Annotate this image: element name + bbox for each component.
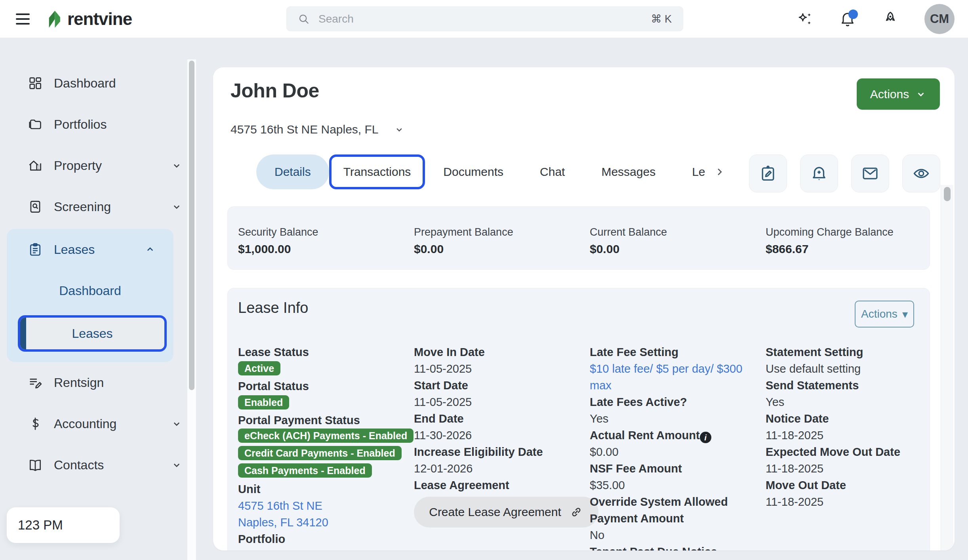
sidebar-item-label: Screening xyxy=(54,200,111,214)
book-icon xyxy=(28,457,43,472)
field-value: No xyxy=(590,527,756,543)
sidebar-scrollbar-thumb[interactable] xyxy=(189,61,194,390)
field-value: 11-18-2025 xyxy=(766,493,932,510)
global-search[interactable]: ⌘ K xyxy=(286,6,683,31)
sidebar-item-leases[interactable]: Leases xyxy=(7,229,173,270)
notifications-button[interactable] xyxy=(839,10,856,28)
edit-note-button[interactable] xyxy=(749,154,787,192)
field-label: Late Fees Active? xyxy=(590,394,756,410)
property-selector[interactable]: 4575 16th St NE Naples, FL xyxy=(231,120,405,139)
clock-text: 123 PM xyxy=(18,518,63,533)
search-input[interactable] xyxy=(318,12,643,26)
sidebar-item-accounting[interactable]: Accounting xyxy=(0,403,200,444)
tab-details[interactable]: Details xyxy=(256,154,329,189)
whats-new-button[interactable] xyxy=(882,10,899,28)
lease-info-panel: Lease Info Actions ▾ Lease Status Active… xyxy=(227,288,930,550)
tab-messages[interactable]: Messages xyxy=(583,154,674,189)
balance-label: Current Balance xyxy=(590,224,766,240)
clock-widget: 123 PM xyxy=(7,507,120,543)
create-lease-agreement-button[interactable]: Create Lease Agreement xyxy=(414,497,598,528)
field-value: Yes xyxy=(590,410,756,427)
field-label: Notice Date xyxy=(766,410,932,427)
tab-chat[interactable]: Chat xyxy=(522,154,583,189)
lease-info-column-2: Move In Date 11-05-2025 Start Date 11-05… xyxy=(414,344,590,528)
sidebar-item-label: Property xyxy=(54,158,102,173)
sidebar-scrollbar xyxy=(187,59,196,560)
field-label: Tenant Past Due Notice xyxy=(590,543,756,550)
balance-summary: Security Balance $1,000.00 Prepayment Ba… xyxy=(227,206,930,270)
sidebar-item-screening[interactable]: Screening xyxy=(0,186,200,227)
lease-info-column-4: Statement Setting Use default setting Se… xyxy=(766,344,941,510)
sidebar-subitem-leases-dashboard[interactable]: Dashboard xyxy=(7,270,173,311)
email-button[interactable] xyxy=(851,154,889,192)
search-shortcut: ⌘ K xyxy=(651,13,672,25)
late-fee-setting-link[interactable]: $10 late fee/ $5 per day/ $300 max xyxy=(590,360,756,394)
lease-info-column-3: Late Fee Setting $10 late fee/ $5 per da… xyxy=(590,344,766,550)
chevron-down-icon xyxy=(171,160,183,171)
balance-label: Prepayment Balance xyxy=(414,224,590,240)
info-icon[interactable]: i xyxy=(700,432,711,443)
tab-documents[interactable]: Documents xyxy=(425,154,522,189)
field-label: Lease Status xyxy=(238,344,404,360)
tab-truncated[interactable]: Le xyxy=(674,154,709,189)
status-badge: Cash Payments - Enabled xyxy=(238,463,372,478)
tabs-scroll-right-button[interactable] xyxy=(712,164,728,180)
field-label: Portal Payment Status xyxy=(238,412,404,429)
screening-document-icon xyxy=(28,199,43,214)
chevron-down-icon xyxy=(171,201,183,213)
chevron-down-icon xyxy=(171,418,183,430)
field-value: $35.00 xyxy=(590,477,756,493)
sidebar-item-property[interactable]: Property xyxy=(0,145,200,186)
eye-icon xyxy=(912,164,930,183)
balance-item: Security Balance $1,000.00 xyxy=(238,224,414,269)
sidebar-item-contacts[interactable]: Contacts xyxy=(0,444,200,486)
watch-button[interactable] xyxy=(902,154,940,192)
rentsign-pen-icon xyxy=(28,375,43,390)
tab-transactions[interactable]: Transactions xyxy=(329,154,425,189)
balance-value: $0.00 xyxy=(590,240,766,258)
field-label: End Date xyxy=(414,410,580,427)
field-label: NSF Fee Amount xyxy=(590,460,756,477)
field-label: Lease Agreement xyxy=(414,477,580,493)
envelope-icon xyxy=(861,164,879,183)
chevron-down-icon xyxy=(171,459,183,471)
link-chain-icon xyxy=(569,505,583,519)
balance-label: Security Balance xyxy=(238,224,414,240)
sidebar-item-label: Contacts xyxy=(54,458,104,472)
chevron-down-icon xyxy=(915,89,926,100)
bell-plus-icon xyxy=(810,164,828,183)
sidebar-subitem-leases-leases[interactable]: Leases xyxy=(18,315,167,352)
lease-info-actions-button[interactable]: Actions ▾ xyxy=(855,301,914,328)
sidebar-item-rentsign[interactable]: Rentsign xyxy=(0,362,200,403)
unit-address-link[interactable]: Naples, FL 34120 xyxy=(238,514,404,531)
ai-assistant-button[interactable] xyxy=(796,10,814,28)
add-reminder-button[interactable] xyxy=(800,154,838,192)
hamburger-menu-button[interactable] xyxy=(16,11,32,27)
field-label: Expected Move Out Date xyxy=(766,444,932,460)
dropdown-caret-icon: ▾ xyxy=(902,308,908,321)
field-label: Override System Allowed Payment Amount xyxy=(590,493,756,527)
sidebar-item-label: Accounting xyxy=(54,417,116,431)
clipboard-icon xyxy=(28,242,43,257)
field-label: Increase Eligibility Date xyxy=(414,444,580,460)
portfolio-link[interactable]: Rentvine LLC xyxy=(238,547,404,550)
dashboard-grid-icon xyxy=(28,76,43,91)
notification-dot xyxy=(848,10,858,19)
avatar-initials: CM xyxy=(930,12,949,26)
field-label: Send Statements xyxy=(766,377,932,394)
sidebar-item-portfolios[interactable]: Portfolios xyxy=(0,104,200,145)
brand-logo[interactable]: rentvine xyxy=(44,0,132,38)
field-value: $0.00 xyxy=(590,444,756,460)
content-scrollbar xyxy=(941,185,953,550)
unit-address-link[interactable]: 4575 16th St NE xyxy=(238,497,404,514)
content-scrollbar-thumb[interactable] xyxy=(944,187,951,201)
sidebar-item-dashboard[interactable]: Dashboard xyxy=(0,63,200,104)
field-label: Portal Status xyxy=(238,378,404,394)
brand-wordmark: rentvine xyxy=(67,9,132,29)
field-value: Yes xyxy=(766,394,932,410)
sidebar-subitem-label: Dashboard xyxy=(59,284,121,298)
status-badge: Active xyxy=(238,361,280,375)
user-avatar[interactable]: CM xyxy=(924,4,955,34)
field-value: 12-01-2026 xyxy=(414,460,580,477)
actions-button[interactable]: Actions xyxy=(857,78,940,110)
